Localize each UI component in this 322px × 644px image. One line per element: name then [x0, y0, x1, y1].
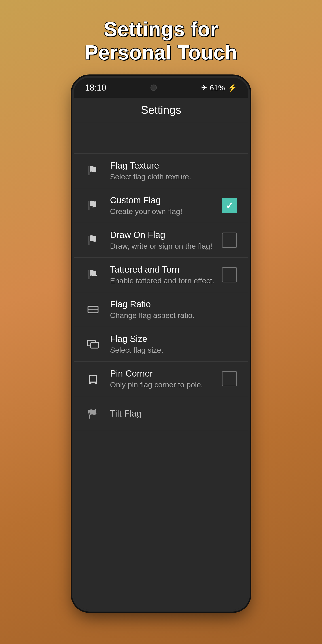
flag-ratio-title: Flag Ratio — [110, 299, 237, 309]
status-time: 18:10 — [85, 83, 106, 92]
flag-texture-text: Flag Texture Select flag cloth texture. — [110, 160, 237, 181]
draw-on-flag-title: Draw On Flag — [110, 230, 222, 240]
flag-size-text: Flag Size Select flag size. — [110, 334, 237, 354]
tattered-torn-subtitle: Enable tattered and torn effect. — [110, 276, 222, 285]
page-title: Settings for Personal Touch — [71, 18, 251, 64]
flag-texture-title: Flag Texture — [110, 160, 237, 170]
tattered-torn-checkbox[interactable] — [222, 267, 237, 282]
battery-icon: ⚡ — [228, 83, 237, 92]
flag-texture-subtitle: Select flag cloth texture. — [110, 172, 237, 181]
pin-corner-text: Pin Corner Only pin flag corner to pole. — [110, 368, 222, 389]
camera-dot — [150, 84, 157, 91]
custom-flag-subtitle: Create your own flag! — [110, 207, 222, 216]
flag-size-subtitle: Select flag size. — [110, 346, 237, 354]
tattered-torn-icon — [85, 267, 101, 283]
empty-section — [74, 122, 248, 154]
flag-size-title: Flag Size — [110, 334, 237, 344]
settings-item-flag-texture[interactable]: Flag Texture Select flag cloth texture. — [74, 154, 248, 188]
settings-item-flag-size[interactable]: Flag Size Select flag size. — [74, 327, 248, 362]
status-right-icons: ✈ 61% ⚡ — [201, 83, 237, 92]
draw-on-flag-text: Draw On Flag Draw, write or sign on the … — [110, 230, 222, 250]
pin-corner-title: Pin Corner — [110, 368, 222, 378]
flag-ratio-subtitle: Change flag aspect ratio. — [110, 311, 237, 320]
draw-on-flag-icon — [85, 232, 101, 248]
custom-flag-title: Custom Flag — [110, 195, 222, 205]
tattered-torn-title: Tattered and Torn — [110, 264, 222, 274]
settings-item-draw-on-flag[interactable]: Draw On Flag Draw, write or sign on the … — [74, 223, 248, 258]
tattered-torn-text: Tattered and Torn Enable tattered and to… — [110, 264, 222, 285]
settings-item-flag-ratio[interactable]: Flag Ratio Change flag aspect ratio. — [74, 292, 248, 327]
settings-item-custom-flag[interactable]: + Custom Flag Create your own flag! — [74, 188, 248, 223]
flag-texture-icon — [85, 163, 101, 179]
flag-size-icon — [85, 336, 101, 352]
app-bar-title: Settings — [141, 104, 181, 116]
svg-text:+: + — [92, 205, 94, 210]
flag-ratio-text: Flag Ratio Change flag aspect ratio. — [110, 299, 237, 320]
settings-item-tattered-torn[interactable]: Tattered and Torn Enable tattered and to… — [74, 258, 248, 292]
svg-rect-3 — [91, 342, 98, 348]
draw-on-flag-checkbox[interactable] — [222, 232, 237, 248]
flag-ratio-icon — [85, 302, 101, 318]
custom-flag-icon: + — [85, 198, 101, 214]
tilt-flag-title: Tilt Flag — [110, 408, 237, 418]
settings-item-tilt-flag[interactable]: Tilt Flag — [74, 396, 248, 431]
pin-corner-icon — [85, 371, 101, 387]
custom-flag-checkbox[interactable] — [222, 198, 237, 213]
settings-item-pin-corner[interactable]: Pin Corner Only pin flag corner to pole. — [74, 362, 248, 396]
settings-list: Flag Texture Select flag cloth texture. … — [74, 154, 248, 610]
status-bar: 18:10 ✈ 61% ⚡ — [74, 78, 248, 98]
tilt-flag-text: Tilt Flag — [110, 408, 237, 418]
phone-frame: 18:10 ✈ 61% ⚡ Settings Flag Texture Sele… — [74, 78, 248, 610]
tilt-flag-icon — [85, 406, 101, 422]
app-top-bar: Settings — [74, 98, 248, 122]
custom-flag-text: Custom Flag Create your own flag! — [110, 195, 222, 216]
wifi-icon: ✈ — [201, 84, 207, 92]
draw-on-flag-subtitle: Draw, write or sign on the flag! — [110, 242, 222, 250]
pin-corner-subtitle: Only pin flag corner to pole. — [110, 380, 222, 389]
pin-corner-checkbox[interactable] — [222, 371, 237, 386]
battery-percent: 61% — [210, 84, 225, 92]
